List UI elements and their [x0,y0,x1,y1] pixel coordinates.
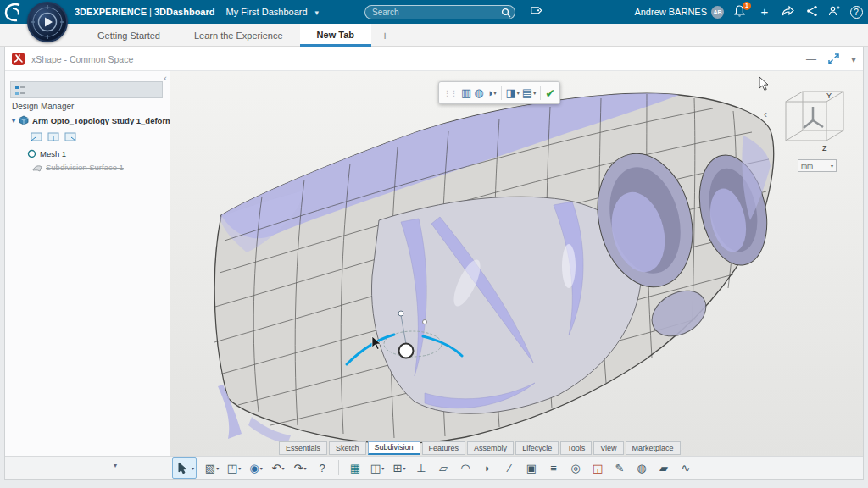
display-style-caret-icon[interactable]: ▾ [517,90,520,96]
plane-patch-button[interactable]: ▱ [433,458,453,478]
sculpt-caret-icon[interactable]: ▾ [260,465,263,471]
sculpt-button[interactable]: ◉▾ [246,458,266,478]
convert-caret-icon[interactable]: ▾ [238,465,241,471]
tree-expand-caret-icon[interactable]: ▾ [12,117,15,125]
redo-button[interactable]: ↷▾ [290,458,310,478]
view-toolbar[interactable]: ⋮⋮ ▥ ◍ ◑▾ ◨▾ ▤▾ ✔ [438,81,560,104]
units-dropdown[interactable]: mm ▾ [798,159,837,172]
dashboard-chevron-icon[interactable]: ▾ [315,8,320,17]
subdivision-box-caret-icon[interactable]: ▾ [381,465,384,471]
tab-new-tab[interactable]: New Tab [300,24,371,47]
tree-mesh-label[interactable]: Mesh 1 [40,149,66,158]
section-tab-subdivision[interactable]: Subdivision [368,441,420,455]
twist-surface-icon: ∿ [682,462,691,474]
section-tab-assembly[interactable]: Assembly [467,441,514,455]
community-icon[interactable] [826,3,843,20]
help-icon[interactable]: ? [848,3,865,20]
split-button[interactable]: ∕ [499,458,520,478]
grid-pattern-caret-icon[interactable]: ▾ [403,465,405,471]
units-caret-icon: ▾ [831,163,833,169]
petal-surface-button[interactable]: ◗ [477,458,498,478]
select-tool-group[interactable]: ▾ [172,458,197,479]
render-mode-caret-icon[interactable]: ▾ [494,90,497,96]
avatar[interactable]: AB [711,6,724,19]
plane-yz-icon[interactable] [47,132,59,141]
toolbar-grip-handle[interactable]: ⋮⋮ [443,89,457,97]
stylus-button[interactable]: ✎ [609,458,630,478]
share-network-icon[interactable] [804,3,821,20]
corner-box-button[interactable]: ◲ [587,458,608,478]
search-input[interactable] [372,8,501,17]
tree-subdivision-label[interactable]: Subdivision Surface 1 [46,163,124,172]
tree-subdivision-item[interactable]: Subdivision Surface 1 [32,163,124,172]
petal-surface-icon: ◗ [484,462,491,474]
arc-surface-button[interactable]: ◠ [455,458,476,478]
widget-menu-chevron-icon[interactable]: ▾ [851,53,856,65]
subdivision-box-button[interactable]: ◫▾ [367,458,387,478]
section-tab-essentials[interactable]: Essentials [279,441,327,455]
section-tab-sketch[interactable]: Sketch [329,441,366,455]
user-name[interactable]: Andrew BARNES [634,0,707,24]
3d-model[interactable] [170,71,863,458]
subdivision-primitives-caret-icon[interactable]: ▾ [216,465,219,471]
section-tab-view[interactable]: View [593,441,623,455]
twist-surface-button[interactable]: ∿ [676,458,696,478]
trim-frame-button[interactable]: ▣ [521,458,542,478]
grid-pattern-button[interactable]: ⊞▾ [389,458,409,478]
wire-sphere-button[interactable]: ◍ [632,458,652,478]
tree-root-item[interactable]: ▾ Arm Opto_Topology Study 1_deform... [12,115,180,125]
section-tab-features[interactable]: Features [422,441,466,455]
brand-text: 3DEXPERIENCE | 3DDashboard My First Dash… [75,0,319,24]
section-tab-marketplace[interactable]: Marketplace [626,441,681,455]
share-forward-icon[interactable] [780,3,797,20]
minimize-widget-button[interactable]: — [806,53,816,65]
tag-icon[interactable] [527,4,542,19]
tree-mesh-item[interactable]: Mesh 1 [27,149,66,158]
collapse-panel-icon[interactable]: ‹ [164,73,167,83]
subdivision-primitives-button[interactable]: ▧▾ [202,458,222,478]
offset-layers-button[interactable]: ≡ [543,458,564,478]
convert-button[interactable]: ◰▾ [224,458,244,478]
redo-caret-icon[interactable]: ▾ [303,465,306,471]
undo-icon: ↶ [272,462,281,474]
render-mode-button[interactable]: ◑▾ [487,86,497,99]
panel-tool-strip[interactable] [10,81,163,98]
3d-viewport[interactable]: ⋮⋮ ▥ ◍ ◑▾ ◨▾ ▤▾ ✔ [170,71,863,458]
action-bar-expand-icon[interactable]: ▾ [114,462,117,469]
slant-plane-button[interactable]: ▰ [654,458,674,478]
plane-xy-icon[interactable] [31,132,42,141]
section-tab-lifecycle[interactable]: Lifecycle [515,441,559,455]
add-tab-button[interactable]: + [371,24,398,47]
undo-button[interactable]: ↶▾ [268,458,288,478]
manipulator-top-dot [398,311,403,316]
expand-widget-button[interactable] [828,53,839,64]
navcube-chevron-icon[interactable]: ‹ [764,108,767,120]
select-tool-caret-icon[interactable]: ▾ [192,465,194,471]
3dexperience-compass[interactable] [27,2,68,42]
mesh-box-button[interactable]: ▦ [345,458,365,478]
search-bar[interactable] [364,5,515,19]
update-check-button[interactable]: ✔ [545,86,555,100]
section-tab-tools[interactable]: Tools [560,441,592,455]
tab-getting-started[interactable]: Getting Started [81,24,177,47]
help-button[interactable]: ? [312,458,332,478]
design-manager-header: Design Manager [12,102,74,111]
dashboard-title[interactable]: My First Dashboard [226,7,308,17]
search-icon[interactable] [501,8,511,18]
widget-title: xShape - Common Space [31,54,133,64]
section-table-button[interactable]: ▥ [461,86,471,99]
cylinder-button[interactable]: ◎ [565,458,586,478]
render-mode-icon: ◑ [487,86,493,99]
display-style-button[interactable]: ◨▾ [506,86,520,99]
layers-button[interactable]: ▤▾ [522,86,536,99]
axis-pin-button[interactable]: ⊥ [411,458,431,478]
tree-root-label[interactable]: Arm Opto_Topology Study 1_deform... [32,116,179,125]
add-content-icon[interactable]: + [756,3,773,20]
shaded-sphere-button[interactable]: ◍ [474,86,483,99]
layers-caret-icon[interactable]: ▾ [533,90,536,96]
tab-learn-the-experience[interactable]: Learn the Experience [177,24,300,47]
select-tool-button[interactable] [175,458,192,478]
undo-caret-icon[interactable]: ▾ [281,465,284,471]
plane-zx-icon[interactable] [64,132,76,141]
navigation-cube[interactable]: Y Z [774,86,854,158]
